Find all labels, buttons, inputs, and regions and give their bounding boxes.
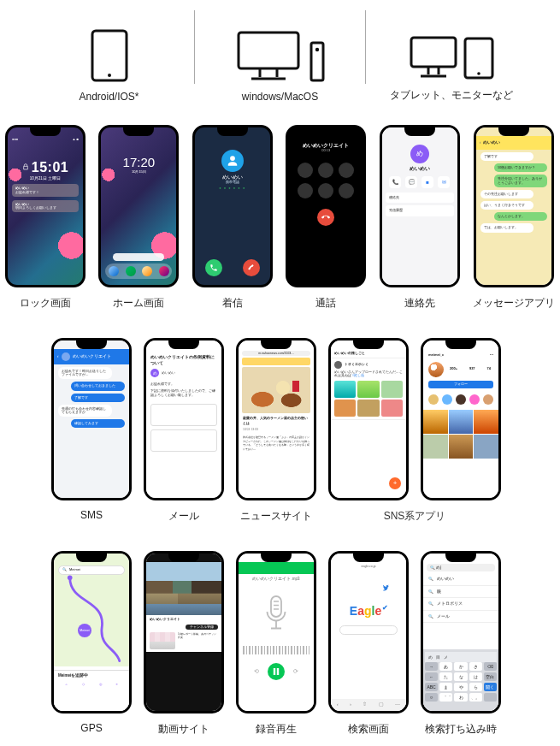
- key[interactable]: や: [454, 683, 467, 691]
- answer-button[interactable]: [205, 259, 222, 276]
- thumb[interactable]: [334, 381, 356, 398]
- key[interactable]: た: [439, 672, 452, 681]
- sms-bubble[interactable]: 確認してみます: [71, 419, 125, 428]
- grid-post[interactable]: [449, 435, 474, 459]
- tab[interactable]: ◇: [82, 683, 85, 686]
- hashtag-link[interactable]: #推し活: [352, 374, 364, 377]
- key[interactable]: 開く: [484, 683, 497, 691]
- search-bar[interactable]: [113, 253, 164, 261]
- story[interactable]: [456, 394, 466, 405]
- contact-section[interactable]: 連絡先: [386, 192, 454, 203]
- msg-bubble[interactable]: 了解です: [480, 152, 533, 161]
- candidate[interactable]: 目: [436, 654, 440, 660]
- key[interactable]: 空白: [484, 672, 497, 681]
- tabs-button[interactable]: ▢: [379, 702, 384, 708]
- follow-button[interactable]: フォロー: [428, 381, 493, 388]
- msg-bubble[interactable]: その発注お願いします: [480, 190, 533, 198]
- related-video[interactable]: 現場レポート後編、あのベテラン作業: [150, 632, 218, 649]
- key[interactable]: は: [469, 672, 482, 681]
- site-logo[interactable]: [242, 358, 310, 365]
- app-icon[interactable]: [142, 266, 152, 276]
- video-player[interactable]: [146, 562, 221, 615]
- mail-action[interactable]: ✉: [438, 176, 450, 188]
- key[interactable]: [484, 693, 497, 702]
- search-field[interactable]: 🔍 め|: [427, 564, 495, 571]
- video-button[interactable]: [318, 183, 333, 198]
- msg-bubble[interactable]: では、お願いします。: [480, 223, 533, 232]
- keypad-button[interactable]: [318, 163, 333, 178]
- message-action[interactable]: 💬: [405, 176, 417, 188]
- notification[interactable]: めいめい 明日よろしくお願いします: [12, 200, 79, 212]
- suggestion[interactable]: 🔍メール: [423, 611, 498, 623]
- notification[interactable]: めいめい お疲れ様です！: [12, 184, 79, 196]
- back-button[interactable]: ‹: [337, 702, 339, 708]
- compose-fab[interactable]: +: [389, 477, 401, 489]
- thumb[interactable]: [334, 400, 356, 417]
- key[interactable]: か: [454, 662, 467, 671]
- call-action[interactable]: 📞: [389, 176, 401, 188]
- attachment[interactable]: [150, 429, 217, 452]
- app-icon[interactable]: [159, 266, 169, 276]
- map[interactable]: Meimei: [54, 569, 129, 670]
- chat-header[interactable]: ‹めいめい: [476, 136, 551, 150]
- decline-button[interactable]: [243, 259, 260, 276]
- tab[interactable]: ◎: [99, 683, 102, 686]
- speaker-button[interactable]: [339, 163, 354, 178]
- menu-button[interactable]: ⋯: [395, 702, 400, 708]
- sms-bubble[interactable]: お疲れです！昨日お送りしたファイルですが…: [58, 367, 112, 379]
- app-icon[interactable]: [109, 266, 119, 276]
- grid-post[interactable]: [474, 410, 498, 434]
- contact-section[interactable]: 発信履歴: [386, 205, 454, 216]
- url-bar[interactable]: eagle.co.jp: [331, 565, 406, 568]
- story[interactable]: [483, 394, 493, 405]
- key[interactable]: ら: [469, 683, 482, 691]
- waveform[interactable]: [243, 646, 309, 654]
- grid-post[interactable]: [474, 435, 498, 459]
- tab[interactable]: ⌂: [65, 683, 67, 686]
- story[interactable]: [442, 394, 452, 405]
- msg-bubble[interactable]: 50個お願いできますか？: [494, 163, 547, 172]
- url-bar[interactable]: m.nahoonews.com/2023…: [242, 351, 310, 356]
- thumb[interactable]: [357, 400, 379, 417]
- sms-bubble[interactable]: 先週の打ち合わせ内容確認してもらえますか: [58, 405, 112, 417]
- mute-button[interactable]: [298, 163, 313, 178]
- grid-post[interactable]: [423, 410, 448, 434]
- skip-fwd-button[interactable]: ⟳: [293, 668, 298, 675]
- grid-post[interactable]: [423, 435, 448, 459]
- suggestion[interactable]: 🔍メトロポリス: [423, 598, 498, 610]
- key[interactable]: →: [425, 662, 438, 671]
- pause-button[interactable]: [268, 663, 285, 680]
- video-action[interactable]: ■: [421, 176, 433, 188]
- key[interactable]: ←: [425, 672, 438, 681]
- candidate[interactable]: め: [428, 654, 433, 660]
- key[interactable]: 、。: [469, 693, 482, 702]
- grid-post[interactable]: [449, 410, 474, 434]
- thumb[interactable]: [381, 400, 403, 417]
- skip-back-button[interactable]: ⟲: [254, 668, 259, 675]
- map-pin[interactable]: Meimei: [78, 624, 91, 637]
- key[interactable]: わ: [454, 693, 467, 702]
- story[interactable]: [469, 394, 480, 405]
- attachment[interactable]: [150, 404, 217, 426]
- key[interactable]: ☺: [425, 693, 438, 702]
- hangup-button[interactable]: [317, 209, 334, 226]
- share-button[interactable]: ⇧: [363, 702, 367, 708]
- key[interactable]: ゛゜: [439, 693, 452, 702]
- contacts-button[interactable]: [339, 183, 354, 198]
- sns-post[interactable]: トオミエホシミ めいめいさんアップロードされてたんだ…これは見ねば #推し活: [331, 358, 406, 420]
- subscribe-button[interactable]: チャンネル登録: [186, 625, 218, 630]
- story[interactable]: [428, 394, 439, 405]
- map-sheet[interactable]: Meimeiを追跡中 ⌂◇◎≡: [54, 670, 129, 711]
- fwd-button[interactable]: ›: [350, 702, 351, 708]
- suggestion[interactable]: 🔍眼: [423, 586, 498, 598]
- thumb[interactable]: [357, 381, 379, 398]
- msg-bubble[interactable]: はい、うまく行きそうです: [480, 201, 533, 210]
- article-image[interactable]: [242, 367, 310, 413]
- sms-bubble[interactable]: 了解です: [71, 394, 125, 402]
- key[interactable]: ABC: [425, 683, 438, 691]
- thumb[interactable]: [381, 381, 403, 398]
- key[interactable]: ⌫: [484, 662, 497, 671]
- search-input[interactable]: [339, 625, 398, 635]
- key[interactable]: さ: [469, 662, 482, 671]
- add-button[interactable]: [298, 183, 313, 198]
